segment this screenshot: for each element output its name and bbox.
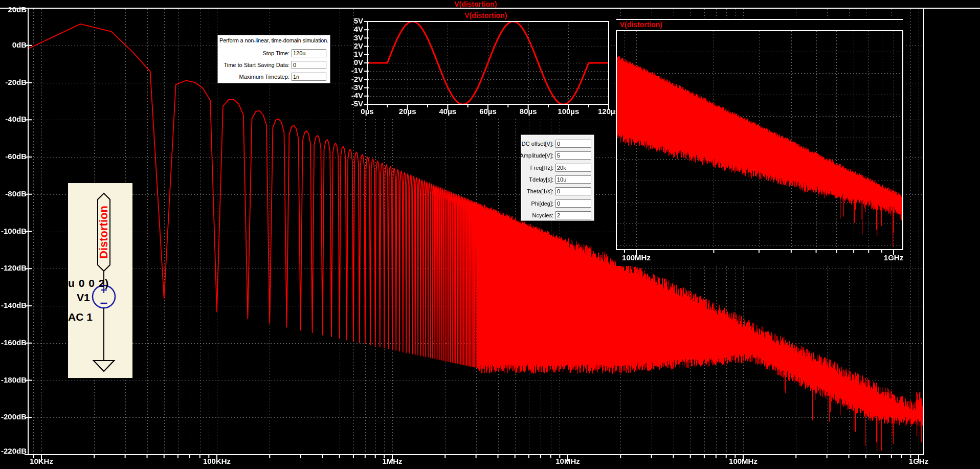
max-timestep-row: Maximum Timestep: <box>239 72 326 81</box>
source-designator[interactable]: V1 <box>77 292 90 304</box>
spice-directive-fragment[interactable]: u 0 0 2) <box>68 277 109 289</box>
dc-offset-input[interactable] <box>555 140 591 148</box>
phi-input[interactable] <box>555 199 591 208</box>
theta-row: Theta[1/s]: <box>527 187 591 195</box>
ground-symbol[interactable] <box>94 361 114 371</box>
net-label-text[interactable]: Distortion <box>97 206 110 259</box>
start-saving-label: Time to Start Saving Data: <box>224 62 289 68</box>
transient-sim-dialog: Perform a non-linear, time-domain simula… <box>217 35 330 83</box>
amplitude-input[interactable] <box>555 151 591 160</box>
tdelay-input[interactable] <box>555 175 591 184</box>
ncycles-input[interactable] <box>555 211 591 219</box>
amplitude-label: Amplitude[V]: <box>520 152 553 159</box>
main-plot-title: V(distortion) <box>454 0 497 8</box>
freq-inset-title: V(distortion) <box>620 20 662 29</box>
schematic-panel: Distortion u 0 0 2) V1 AC 1 <box>68 183 132 378</box>
freq-label: Freq[Hz]: <box>530 165 553 171</box>
ncycles-label: Ncycles: <box>532 212 553 218</box>
stop-time-row: Stop Time: <box>262 49 326 57</box>
theta-input[interactable] <box>555 187 591 195</box>
ncycles-row: Ncycles: <box>532 211 591 219</box>
stop-time-label: Stop Time: <box>262 50 289 56</box>
stop-time-input[interactable] <box>292 49 326 57</box>
tdelay-label: Tdelay[s]: <box>529 176 553 183</box>
phi-row: Phi[deg]: <box>531 199 591 208</box>
waveform-plot-canvas[interactable] <box>0 0 980 469</box>
phi-label: Phi[deg]: <box>531 200 553 207</box>
max-timestep-input[interactable] <box>292 73 326 81</box>
freq-input[interactable] <box>555 164 591 172</box>
max-timestep-label: Maximum Timestep: <box>239 74 289 80</box>
start-saving-row: Time to Start Saving Data: <box>224 60 326 69</box>
dc-offset-row: DC offset[V]: <box>522 139 591 148</box>
start-saving-input[interactable] <box>292 61 326 69</box>
theta-label: Theta[1/s]: <box>527 188 553 194</box>
sim-dialog-title: Perform a non-linear, time-domain simula… <box>218 37 330 43</box>
time-inset-title: V(distortion) <box>464 11 507 19</box>
sine-source-param-dialog: DC offset[V]: Amplitude[V]: Freq[Hz]: Td… <box>521 135 594 221</box>
freq-row: Freq[Hz]: <box>530 163 591 172</box>
amplitude-row: Amplitude[V]: <box>520 151 591 160</box>
tdelay-row: Tdelay[s]: <box>529 175 591 184</box>
dc-offset-label: DC offset[V]: <box>522 141 553 147</box>
ac-spice-text[interactable]: AC 1 <box>68 311 93 323</box>
